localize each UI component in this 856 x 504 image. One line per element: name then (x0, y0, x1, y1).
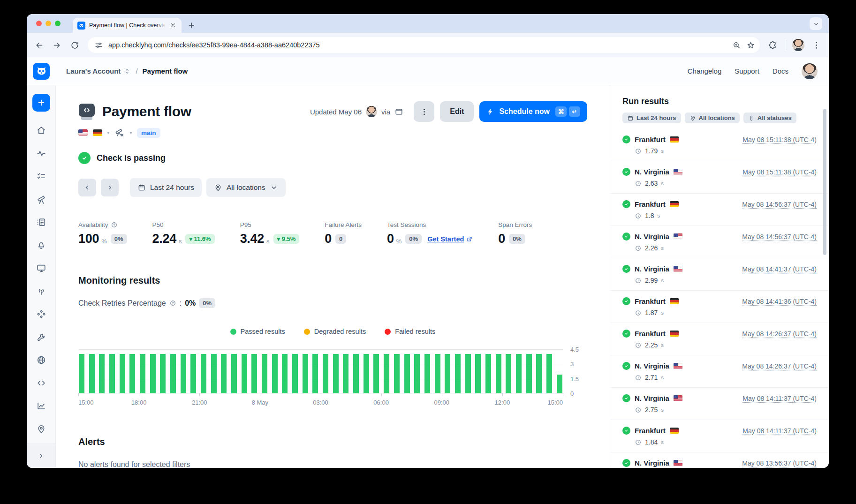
run-result-row[interactable]: N. Virginia May 08 14:41:37 (UTC-4) 2.99… (610, 258, 829, 291)
x-tick-label: 8 May (252, 399, 268, 406)
bookmark-star-icon[interactable] (746, 41, 755, 50)
sidebar-item-broadcasts[interactable] (36, 286, 46, 296)
run-result-row[interactable]: N. Virginia May 08 13:56:37 (UTC-4) (610, 452, 829, 468)
help-icon[interactable] (169, 300, 176, 307)
header-nav-link[interactable]: Docs (773, 67, 788, 75)
updated-by-avatar[interactable] (366, 106, 377, 117)
header-nav-link[interactable]: Changelog (688, 67, 722, 75)
run-result-row[interactable]: N. Virginia May 08 15:11:38 (UTC-4) 2.63… (610, 161, 829, 194)
retries-value: 0% (185, 299, 196, 308)
next-period-button[interactable] (101, 179, 119, 196)
run-timestamp-link[interactable]: May 08 14:11:37 (UTC-4) (742, 427, 817, 435)
header-nav-link[interactable]: Support (735, 67, 759, 75)
help-icon[interactable] (111, 221, 118, 228)
run-result-row[interactable]: N. Virginia May 08 14:26:37 (UTC-4) 2.71… (610, 355, 829, 388)
chart-bar (99, 354, 105, 393)
run-timestamp-link[interactable]: May 08 14:11:37 (UTC-4) (742, 395, 817, 402)
chart-bar (242, 354, 247, 393)
run-result-row[interactable]: Frankfurt May 08 15:11:38 (UTC-4) 1.79 s (610, 129, 829, 161)
clock-icon (635, 342, 642, 349)
run-result-row[interactable]: Frankfurt May 08 14:56:37 (UTC-4) 1.8 s (610, 194, 829, 226)
run-timestamp-link[interactable]: May 08 14:41:37 (UTC-4) (742, 265, 817, 273)
sidebar-item-dashboards[interactable] (36, 263, 46, 273)
run-result-row[interactable]: N. Virginia May 08 14:11:37 (UTC-4) 2.75… (610, 388, 829, 420)
sidebar-item-snippets[interactable] (36, 378, 46, 388)
sidebar-item-domains[interactable] (36, 355, 46, 365)
run-timestamp-link[interactable]: May 08 13:56:37 (UTC-4) (742, 459, 817, 467)
run-timestamp-link[interactable]: May 08 14:56:37 (UTC-4) (742, 233, 817, 241)
sidebar (27, 85, 56, 468)
run-duration-unit: s (661, 407, 664, 413)
schedule-now-button[interactable]: Schedule now ⌘ ↵ (479, 101, 587, 122)
close-window-button[interactable] (36, 21, 42, 26)
run-duration: 2.71 (645, 374, 658, 381)
create-button[interactable] (32, 94, 50, 112)
browser-tab[interactable]: Payment flow | Check overvie (73, 18, 182, 33)
sidebar-item-maintenance[interactable] (36, 332, 46, 342)
url-text[interactable]: app.checklyhq.com/checks/ee325f83-99ea-4… (108, 41, 727, 49)
run-result-row[interactable]: Frankfurt May 08 14:26:37 (UTC-4) 2.25 s (610, 323, 829, 355)
sidebar-item-analytics[interactable] (36, 401, 46, 411)
account-name: Laura's Account (66, 67, 121, 75)
filter-chip[interactable]: Last 24 hours (622, 113, 681, 123)
edit-button[interactable]: Edit (440, 101, 474, 122)
site-settings-icon[interactable] (94, 41, 103, 50)
run-location: N. Virginia (635, 394, 669, 402)
run-result-row[interactable]: Frankfurt May 08 14:41:36 (UTC-4) 1.87 s (610, 291, 829, 323)
extensions-icon[interactable] (768, 40, 778, 50)
new-tab-icon[interactable] (187, 21, 196, 30)
locations-filter[interactable]: All locations (206, 178, 286, 197)
sidebar-item-monitoring[interactable] (36, 148, 46, 158)
branch-badge[interactable]: main (137, 128, 160, 138)
sidebar-item-checks[interactable] (36, 171, 46, 181)
sidebar-item-alerts[interactable] (36, 240, 46, 250)
checkly-logo[interactable] (33, 63, 50, 80)
zoom-in-icon[interactable] (732, 41, 741, 50)
retries-badge: 0% (199, 298, 215, 308)
sidebar-item-explore[interactable] (36, 194, 46, 204)
run-timestamp-link[interactable]: May 08 15:11:38 (UTC-4) (742, 168, 817, 176)
sidebar-item-home[interactable] (36, 125, 46, 135)
browser-check-icon (78, 104, 95, 120)
chart-bar (181, 354, 186, 393)
check-meta-row: main (78, 128, 587, 138)
run-result-row[interactable]: N. Virginia May 08 14:56:37 (UTC-4) 2.26… (610, 226, 829, 258)
maximize-window-button[interactable] (55, 21, 61, 26)
get-started-link[interactable]: Get Started (427, 235, 473, 243)
previous-period-button[interactable] (78, 179, 96, 196)
minimize-window-button[interactable] (45, 21, 51, 26)
tab-close-icon[interactable] (169, 22, 177, 29)
time-range-filter[interactable]: Last 24 hours (130, 178, 202, 197)
sidebar-item-private-locations[interactable] (36, 424, 46, 434)
sidebar-item-integrations[interactable] (36, 309, 46, 319)
filter-chip[interactable]: All locations (685, 113, 740, 123)
back-icon[interactable] (34, 40, 44, 50)
reload-icon[interactable] (70, 40, 80, 50)
address-bar[interactable]: app.checklyhq.com/checks/ee325f83-99ea-4… (88, 37, 760, 53)
run-results-filters: Last 24 hours All locations All statuses (622, 113, 817, 123)
run-timestamp-link[interactable]: May 08 14:56:37 (UTC-4) (742, 201, 817, 208)
run-results-list[interactable]: Frankfurt May 08 15:11:38 (UTC-4) 1.79 s (610, 129, 829, 468)
run-timestamp-link[interactable]: May 08 14:41:36 (UTC-4) (742, 298, 817, 305)
x-tick-label: 18:00 (131, 399, 147, 406)
run-passed-icon (622, 330, 630, 338)
run-timestamp-link[interactable]: May 08 15:11:38 (UTC-4) (742, 136, 817, 143)
run-timestamp-link[interactable]: May 08 14:26:37 (UTC-4) (742, 330, 817, 338)
run-result-row[interactable]: Frankfurt May 08 14:11:37 (UTC-4) 1.84 s (610, 420, 829, 452)
stat-badge: ▾ 11.6% (185, 234, 214, 244)
chart-bar (201, 354, 206, 393)
chart-plot[interactable] (78, 349, 563, 393)
run-results-scrollbar[interactable] (823, 109, 826, 255)
sidebar-expand-button[interactable] (27, 444, 55, 468)
user-avatar[interactable] (802, 63, 818, 79)
account-switcher[interactable]: Laura's Account (66, 67, 131, 75)
forward-icon[interactable] (52, 40, 62, 50)
tab-search-button[interactable] (810, 17, 822, 30)
browser-profile-avatar[interactable] (792, 39, 804, 51)
more-options-button[interactable] (414, 101, 434, 122)
chart-bar (109, 354, 115, 393)
sidebar-item-run-log[interactable] (36, 217, 46, 227)
filter-chip[interactable]: All statuses (743, 113, 796, 123)
browser-menu-icon[interactable] (811, 40, 821, 50)
run-timestamp-link[interactable]: May 08 14:26:37 (UTC-4) (742, 362, 817, 370)
